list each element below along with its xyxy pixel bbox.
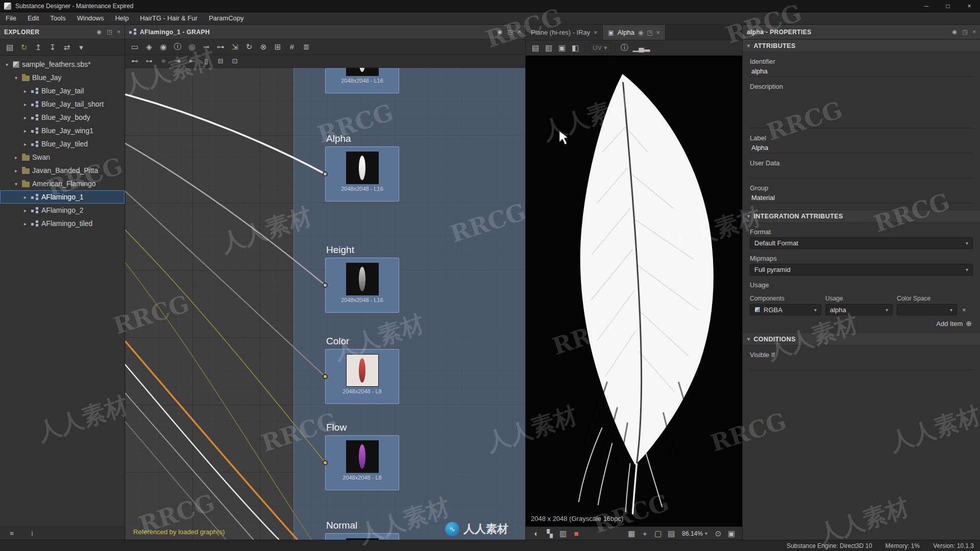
frame-icon[interactable]: ⊞ xyxy=(271,41,284,53)
export-icon[interactable]: ↧ xyxy=(46,41,59,54)
grayscale-toggle-icon[interactable]: ▥ xyxy=(556,528,570,540)
more-options-icon[interactable]: ▾ xyxy=(75,41,88,54)
close-tab-icon[interactable]: × xyxy=(594,29,597,36)
menu-item-file[interactable]: File xyxy=(0,12,22,24)
info-icon[interactable]: i xyxy=(26,528,39,540)
section-conditions[interactable]: ▾ CONDITIONS xyxy=(743,333,980,345)
background-mode-icon[interactable]: ◐ xyxy=(530,527,543,539)
float-window-icon[interactable]: ◳ xyxy=(962,29,967,35)
histogram-icon[interactable]: ▁▄▂ xyxy=(631,41,652,54)
menu-item-windows[interactable]: Windows xyxy=(71,12,110,24)
channel-select-icon[interactable]: ◧ xyxy=(569,42,582,54)
tab-alpha[interactable]: ▣Alpha◉◳× xyxy=(603,25,665,40)
save-image-icon[interactable]: ▤ xyxy=(529,42,542,54)
image-info-icon[interactable]: ⓘ xyxy=(618,42,631,54)
menu-item-help[interactable]: Help xyxy=(109,12,134,24)
screenshot-icon[interactable]: ◉ xyxy=(157,41,170,53)
chevron-right-icon[interactable]: ▸ xyxy=(22,102,29,107)
chevron-right-icon[interactable]: ▸ xyxy=(22,88,29,94)
live-link-icon[interactable]: ⊡ xyxy=(228,56,241,66)
components-dropdown[interactable]: RGBA ▾ xyxy=(750,304,821,315)
tree-item-blue-jay-wing1[interactable]: ▸Blue_Jay_wing1 xyxy=(0,124,125,137)
minimize-button[interactable]: ─ xyxy=(916,0,937,12)
node-body[interactable]: 2048x2048 - L16 xyxy=(325,258,399,313)
import-icon[interactable]: ↥ xyxy=(32,41,45,54)
transform-icon[interactable]: ⇲ xyxy=(228,41,241,53)
tree-item-swan[interactable]: ▸Swan xyxy=(0,151,125,164)
add-item-button[interactable]: Add Item ⊕ xyxy=(751,319,972,328)
chevron-right-icon[interactable]: ▸ xyxy=(13,155,19,160)
cut-links-icon[interactable]: ⊗ xyxy=(257,41,270,53)
node-body[interactable]: 2048x2048 - L8 xyxy=(325,435,399,490)
dot-remove-icon[interactable]: ⊶ xyxy=(142,56,156,66)
chevron-right-icon[interactable]: ▸ xyxy=(13,168,19,173)
filter-icon[interactable]: ▤ xyxy=(665,528,678,540)
graph-node-normal[interactable]: Normal xyxy=(325,533,399,540)
menu-item-paramcopy[interactable]: ParamCopy xyxy=(203,12,250,24)
float-window-icon[interactable]: ◳ xyxy=(647,29,652,36)
maximize-button[interactable]: □ xyxy=(937,0,959,12)
arrange-right-icon[interactable]: ⇥ xyxy=(171,56,184,66)
graph-node-flow[interactable]: Flow2048x2048 - L8 xyxy=(325,435,399,490)
pan-view-icon[interactable]: ◈ xyxy=(142,41,156,53)
link-options-icon[interactable]: ⇄ xyxy=(60,41,74,54)
mipmaps-dropdown[interactable]: Full pyramid ▾ xyxy=(750,264,973,276)
node-input-port[interactable] xyxy=(323,283,328,288)
tree-item-blue-jay-body[interactable]: ▸Blue_Jay_body xyxy=(0,111,125,124)
grid-snap-icon[interactable]: # xyxy=(285,41,299,53)
link-mode-icon[interactable]: ⊸ xyxy=(200,41,213,53)
tree-item-aflamingo-1[interactable]: ▸AFlamingo_1 xyxy=(0,190,125,204)
tree-item-blue-jay-tail-short[interactable]: ▸Blue_Jay_tail_short xyxy=(0,97,125,111)
tree-item-aflamingo-tiled[interactable]: ▸AFlamingo_tiled xyxy=(0,217,125,230)
pin-icon[interactable]: ◉ xyxy=(498,29,503,35)
material-link-icon[interactable]: ⊶ xyxy=(214,41,227,53)
userdata-field[interactable] xyxy=(750,168,973,179)
usage-dropdown[interactable]: alpha ▾ xyxy=(825,304,893,315)
group-field[interactable]: Material xyxy=(750,193,973,204)
menu-item-hairtg-hair-fur[interactable]: HairTG - Hair & Fur xyxy=(134,12,203,24)
copy-image-icon[interactable]: ▣ xyxy=(555,42,569,54)
zoom-icon[interactable]: ◎ xyxy=(185,41,199,53)
tree-item-aflamingo-2[interactable]: ▸AFlamingo_2 xyxy=(0,204,125,217)
section-integration-attributes[interactable]: ▾ INTEGRATION ATTRIBUTES xyxy=(743,210,980,222)
graph-node-cropped[interactable]: 2048x2048 - L16 xyxy=(325,68,399,93)
graph-canvas[interactable]: 2048x2048 - L16Alpha2048x2048 - L16Heigh… xyxy=(125,68,525,540)
pin-icon[interactable]: ◉ xyxy=(97,29,102,35)
label-field[interactable]: Alpha xyxy=(750,143,973,154)
node-input-port[interactable] xyxy=(323,374,328,379)
chevron-down-icon[interactable]: ▾ xyxy=(4,62,10,67)
tree-item-american-flamingo[interactable]: ▾American_Flamingo xyxy=(0,177,125,190)
menu-item-edit[interactable]: Edit xyxy=(22,12,44,24)
menu-item-tools[interactable]: Tools xyxy=(44,12,71,24)
chevron-right-icon[interactable]: ▸ xyxy=(22,194,29,200)
arrange-left-icon[interactable]: ⇤ xyxy=(185,56,199,66)
zoom-100-icon[interactable]: ⊙ xyxy=(712,528,725,540)
pin-icon[interactable]: ◉ xyxy=(638,29,643,36)
view-2d-canvas[interactable]: 2048 x 2048 (Grayscale 16bpc) xyxy=(526,56,742,527)
chevron-right-icon[interactable]: ▸ xyxy=(22,208,29,213)
chevron-right-icon[interactable]: ▸ xyxy=(22,115,29,120)
compact-material-icon[interactable]: ⊟ xyxy=(214,56,227,66)
dot-insert-icon[interactable]: ⊷ xyxy=(128,56,141,66)
save-icon[interactable]: ▤ xyxy=(3,41,16,54)
float-window-icon[interactable]: ◳ xyxy=(107,29,112,35)
close-tab-icon[interactable]: × xyxy=(656,29,660,36)
zoom-dropdown[interactable]: 86.14% ▾ xyxy=(679,530,710,537)
chevron-right-icon[interactable]: ▸ xyxy=(22,128,29,134)
rotate-icon[interactable]: ↻ xyxy=(242,41,256,53)
remove-usage-button[interactable]: × xyxy=(962,306,966,314)
export-image-icon[interactable]: ▥ xyxy=(542,42,555,54)
tab-plane-hi-res-iray[interactable]: Plane (hi-res) - IRay× xyxy=(526,25,603,40)
close-button[interactable]: × xyxy=(959,0,980,12)
node-input-port[interactable] xyxy=(323,171,328,177)
refresh-icon[interactable]: ↻ xyxy=(17,41,31,54)
pin-icon[interactable]: ◉ xyxy=(952,29,958,35)
node-info-icon[interactable]: ⓘ xyxy=(171,41,184,53)
close-icon[interactable]: × xyxy=(518,29,521,35)
node-body[interactable]: 2048x2048 - L16 xyxy=(325,68,399,93)
fit-view-icon[interactable]: + xyxy=(638,527,651,539)
tree-item-sample-feathers-sbs[interactable]: ▾sample_feathers.sbs* xyxy=(0,58,125,71)
tree-item-blue-jay-tail[interactable]: ▸Blue_Jay_tail xyxy=(0,84,125,97)
tiling-icon[interactable]: ▢ xyxy=(651,528,665,540)
node-body[interactable] xyxy=(325,533,399,540)
